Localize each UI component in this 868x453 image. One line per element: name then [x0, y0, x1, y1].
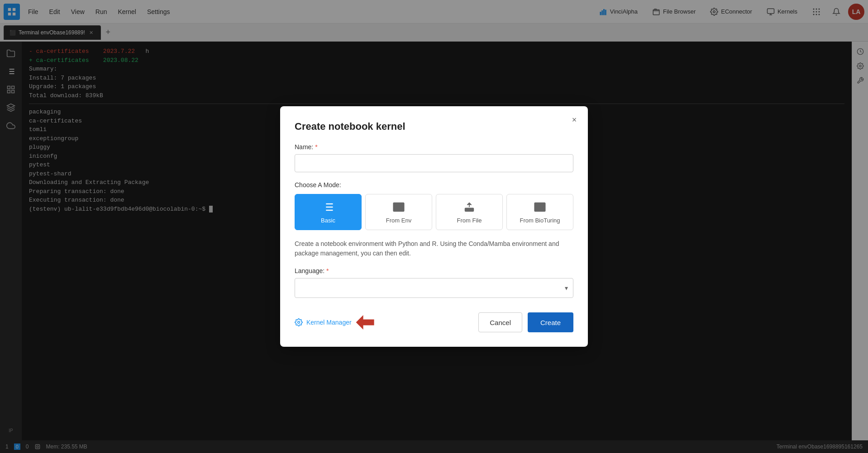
- modal-close-button[interactable]: ×: [568, 113, 581, 126]
- mode-label: Choose A Mode:: [295, 181, 573, 189]
- mode-basic-label: Basic: [321, 217, 335, 224]
- mode-from-file-label: From File: [457, 217, 482, 224]
- kernel-manager-link[interactable]: Kernel Manager: [295, 318, 352, 326]
- mode-basic-button[interactable]: Basic: [295, 194, 362, 230]
- svg-rect-41: [465, 208, 474, 211]
- name-input[interactable]: [295, 154, 573, 172]
- mode-from-file-button[interactable]: From File: [436, 194, 503, 230]
- mode-from-bioturing-button[interactable]: From BioTuring: [506, 194, 573, 230]
- language-select[interactable]: [295, 278, 573, 298]
- mode-from-bioturing-label: From BioTuring: [520, 217, 560, 224]
- language-select-wrapper: ▾: [295, 278, 573, 298]
- cancel-button[interactable]: Cancel: [478, 312, 522, 332]
- footer-buttons: Cancel Create: [478, 312, 573, 332]
- mode-options: Basic From Env From File From BioTuring: [295, 194, 573, 230]
- mode-from-env-label: From Env: [386, 217, 411, 224]
- kernel-manager-text: Kernel Manager: [306, 319, 352, 326]
- modal-footer: Kernel Manager Cancel Create: [295, 312, 573, 332]
- language-required-star: *: [326, 267, 329, 274]
- name-required-star: *: [315, 143, 317, 151]
- create-button[interactable]: Create: [528, 312, 573, 332]
- svg-point-43: [298, 321, 300, 324]
- mode-from-env-button[interactable]: From Env: [365, 194, 432, 230]
- modal-title: Create notebook kernel: [295, 121, 573, 132]
- name-field-label: Name: *: [295, 143, 573, 151]
- language-field-label: Language: *: [295, 267, 573, 274]
- modal-overlay: Create notebook kernel × Name: * Choose …: [0, 0, 868, 453]
- gear-icon: [295, 318, 303, 326]
- arrow-left-icon: [356, 315, 374, 330]
- mode-description: Create a notebook environment with Pytho…: [295, 239, 573, 258]
- modal-dialog: Create notebook kernel × Name: * Choose …: [280, 106, 588, 347]
